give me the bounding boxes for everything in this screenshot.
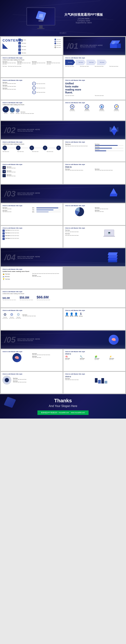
monitor: ▓▓▓▓▓▓ bbox=[26, 8, 55, 26]
contents-item-4: 04 Text here bbox=[18, 48, 52, 51]
slide-num-list: Click to edit Master title style 01 Text… bbox=[1, 226, 63, 248]
contents-item-5: 05 Text here bbox=[18, 52, 52, 54]
slide-section-02: /02 Section Header Here Text here text h… bbox=[1, 121, 125, 139]
cta-bar[interactable]: 更多精品PPT资源访问→muca999.com www.muca999.com bbox=[37, 410, 88, 415]
slide-section-04: /04 Section Header Here Text here text h… bbox=[1, 248, 125, 266]
slide-dollar-stats: Click to edit Master title style Unified… bbox=[1, 290, 125, 308]
slide-section-05: /05 Section Header Here Text here text h… bbox=[1, 330, 125, 349]
slide-click-to-3: Click to edit Master title style Click t… bbox=[63, 349, 125, 371]
slide-edit-title-1: Click to edit Master title style Unified… bbox=[1, 56, 63, 77]
slide-text-list: Click to edit Master title style Text he… bbox=[1, 78, 63, 100]
hero-section: ▓▓▓▓▓▓ 大气科技视觉通用PPT模板 OCEAN PARK Company … bbox=[0, 0, 126, 36]
slide-pie-chart: Click to edit Master title style Text he… bbox=[63, 204, 125, 225]
slide-contents: CONTENTS 01 Text here 02 Text here 03 Te… bbox=[1, 37, 63, 55]
contents-title: CONTENTS bbox=[2, 39, 17, 42]
slides-grid: CONTENTS 01 Text here 02 Text here 03 Te… bbox=[0, 36, 126, 394]
slide-unified-text: Click to edit Master title style Unified… bbox=[1, 267, 63, 289]
slide-click-to-4: Click to edit Master title style Click t… bbox=[63, 372, 125, 394]
slide-arrows-1: Click to edit Master title style Text he… bbox=[63, 56, 125, 77]
slide-circles-1: Click to edit Master title style Unified… bbox=[1, 100, 63, 120]
contents-triangle bbox=[2, 43, 8, 49]
slide-pct-bars: Click to edit Master title style Text he… bbox=[1, 204, 63, 225]
slide-section-01: /01 Section Header Here Text here text h… bbox=[63, 37, 125, 55]
hero-support: Supported by: deem bbox=[64, 22, 103, 24]
contents-item-2: 02 Text here bbox=[18, 42, 52, 44]
slide-steps-1: Click to edit Master title style Unified… bbox=[1, 140, 63, 162]
hero-text: 大气科技视觉通用PPT模板 OCEAN PARK Company name Su… bbox=[64, 12, 103, 24]
slide-gears: Click to edit Master title style ⚙ Text … bbox=[1, 308, 63, 330]
contents-item-1: 01 Text here bbox=[18, 39, 52, 41]
contents-right: Text here Text here Text here Text here bbox=[55, 39, 61, 55]
cta-link: www.muca999.com bbox=[71, 412, 85, 414]
slide-text-right: Click to edit Master title style Text he… bbox=[63, 140, 125, 162]
slide-large-text: Click to edit Master title style Unified… bbox=[63, 78, 125, 100]
slide-icons-grid: Click to edit Master title style ✉ Text … bbox=[63, 100, 125, 120]
slide-icon-list: Click to edit Master title style 🚀 Text … bbox=[1, 162, 63, 184]
hero-title: 大气科技视觉通用PPT模板 bbox=[64, 12, 103, 17]
contents-items: 01 Text here 02 Text here 03 Text here 0… bbox=[18, 39, 52, 55]
cta-thanks: Thanks bbox=[3, 398, 123, 404]
hero-company: Company name bbox=[64, 20, 103, 22]
slide-device: Click to edit Master title style Text he… bbox=[63, 226, 125, 248]
slide-brain-1: Click to edit Master title style 🧠 Text … bbox=[1, 349, 63, 371]
hero-subtitle: OCEAN PARK bbox=[64, 18, 103, 20]
page-wrapper: ▓▓▓▓▓▓ 大气科技视觉通用PPT模板 OCEAN PARK Company … bbox=[0, 0, 126, 418]
cta-slogan: And Your Slogan Here bbox=[3, 404, 123, 408]
slide-rings: Click to edit Master title style Text he… bbox=[1, 372, 63, 394]
cta-section: Thanks And Your Slogan Here 更多精品PPT资源访问→… bbox=[0, 394, 126, 418]
slide-click-to-2: Click to edit Master title style Click t… bbox=[63, 162, 125, 184]
slide-section-03: /03 Section Header Here Text here text h… bbox=[1, 184, 125, 203]
slide-people: Click to edit Master title style 👤 Text … bbox=[63, 308, 125, 330]
contents-item-3: 03 Text here bbox=[18, 45, 52, 48]
